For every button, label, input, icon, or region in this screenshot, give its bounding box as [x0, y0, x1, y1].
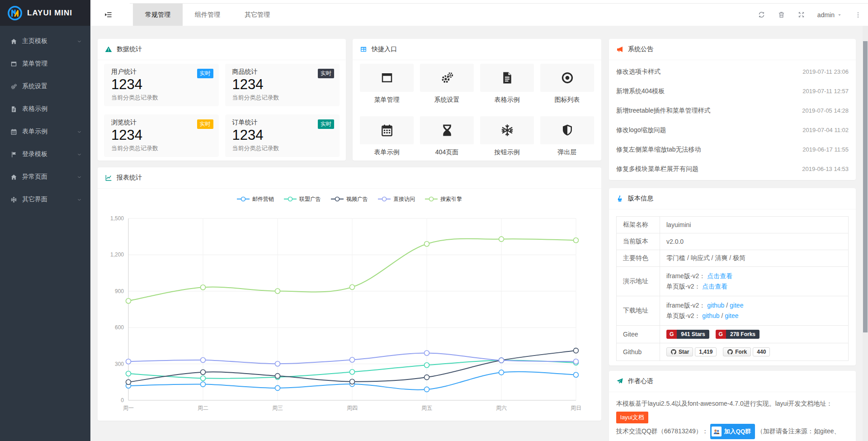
sidebar-item-label: 菜单管理 — [22, 60, 47, 68]
fullscreen-button[interactable] — [797, 11, 805, 19]
author-card: 作者心语 本模板基于layui2.5.4以及font-awesome-4.7.0… — [609, 371, 856, 441]
announcement-row: 新增系统404模板 2019-07-11 12:57 — [609, 81, 856, 101]
github-fork-count[interactable]: 440 — [753, 347, 770, 356]
quick-item-button-demo[interactable]: 按钮示例 — [480, 116, 534, 156]
tab-general-manage[interactable]: 常规管理 — [133, 4, 183, 26]
user-dropdown[interactable]: admin — [817, 11, 842, 19]
report-card-header: 报表统计 — [98, 167, 601, 189]
gitee-icon: G — [716, 330, 726, 339]
home-icon — [10, 174, 18, 180]
quick-item-icon-list[interactable]: 图标列表 — [540, 64, 594, 104]
sidebar-collapse-button[interactable] — [104, 4, 113, 26]
sidebar-item-login-templates[interactable]: 登录模板 — [0, 143, 90, 166]
author-line2-prefix: 技术交流QQ群（667813249）： — [616, 427, 708, 435]
sidebar-item-label: 登录模板 — [22, 150, 47, 158]
main-content: 数据统计 用户统计 实时 1234 当前分类总记录数 商品统计 实时 1234 … — [90, 26, 868, 441]
chevron-down-icon — [76, 174, 82, 180]
stat-value: 1234 — [111, 76, 212, 94]
page-scrollbar — [863, 26, 868, 441]
user-name: admin — [817, 11, 835, 19]
download-iframe-gitee-link[interactable]: gitee — [730, 302, 743, 309]
header-toolbar: admin — [758, 4, 862, 26]
author-line1: 本模板基于layui2.5.4以及font-awesome-4.7.0进行实现。… — [616, 400, 832, 407]
sidebar-item-system-settings[interactable]: 系统设置 — [0, 75, 90, 98]
version-table: 框架名称 layuimini 当前版本 v2.0.0 主要特色 零门槛 / 响应… — [616, 216, 849, 361]
sidebar-item-error-pages[interactable]: 异常页面 — [0, 166, 90, 188]
tab-other-manage[interactable]: 其它管理 — [232, 4, 282, 26]
quick-item-table-demo[interactable]: 表格示例 — [480, 64, 534, 104]
fire-icon — [616, 195, 623, 202]
stat-value: 1234 — [111, 127, 212, 144]
github-star-count[interactable]: 1,419 — [695, 347, 717, 356]
demo-single-link[interactable]: 点击查看 — [702, 283, 727, 290]
announcement-row: 修复多模块菜单栏展开有问题 2019-06-13 14:53 — [609, 159, 856, 179]
quick-item-popup-layer[interactable]: 弹出层 — [540, 116, 594, 156]
window-grid-icon — [360, 46, 367, 53]
stat-label: 订单统计 — [232, 119, 333, 127]
announcement-list: 修改选项卡样式 2019-07-11 23:06 新增系统404模板 2019-… — [609, 60, 856, 180]
gitee-forks-badge[interactable]: G 278 Forks — [716, 330, 760, 339]
chart-legend: 邮件营销联盟广告视频广告直接访问搜索引擎 — [98, 194, 601, 204]
chevron-down-icon — [76, 152, 82, 157]
shield-icon — [561, 123, 574, 137]
download-single-github-link[interactable]: github — [702, 312, 719, 319]
download-single-gitee-link[interactable]: gitee — [725, 312, 738, 319]
sidebar-item-menu-manage[interactable]: 菜单管理 — [0, 52, 90, 75]
github-star-button[interactable]: Star — [666, 347, 693, 356]
app-title: LAYUI MINI — [27, 9, 72, 18]
download-iframe-github-link[interactable]: github — [707, 302, 724, 309]
gitee-stars-badge[interactable]: G 941 Stars — [666, 330, 709, 339]
quick-item-404-page[interactable]: 404页面 — [420, 116, 474, 156]
svg-text:1,200: 1,200 — [110, 251, 124, 258]
quick-item-form-demo[interactable]: 表单示例 — [360, 116, 414, 156]
svg-text:周六: 周六 — [496, 405, 507, 411]
table-row: Github Star 1,419 Fork 4 — [617, 343, 849, 361]
sidebar-item-form-demo[interactable]: 表单示例 — [0, 120, 90, 143]
legend-item[interactable]: 搜索引擎 — [425, 195, 462, 203]
quick-item-system-settings[interactable]: 系统设置 — [420, 64, 474, 104]
stats-card-title: 数据统计 — [117, 45, 142, 53]
svg-text:300: 300 — [115, 361, 124, 367]
file-icon — [10, 106, 18, 113]
sidebar-item-other-ui[interactable]: 其它界面 — [0, 188, 90, 211]
table-row: 框架名称 layuimini — [617, 217, 849, 233]
legend-item[interactable]: 直接访问 — [378, 195, 415, 203]
flag-icon — [10, 151, 18, 158]
sidebar-item-home-templates[interactable]: 主页模板 — [0, 30, 90, 52]
legend-item[interactable]: 视频广告 — [331, 195, 368, 203]
trash-icon — [778, 11, 785, 19]
legend-item[interactable]: 邮件营销 — [237, 195, 274, 203]
tab-component-manage[interactable]: 组件管理 — [183, 4, 232, 26]
layui-logo-icon — [7, 5, 23, 21]
more-menu-button[interactable] — [854, 11, 862, 19]
github-fork-button[interactable]: Fork — [723, 347, 751, 356]
svg-text:周一: 周一 — [123, 405, 134, 411]
refresh-icon — [758, 11, 765, 19]
sidebar: LAYUI MINI 主页模板 菜单管理 系统设置 表格示例 表单示例 登录模板 — [0, 0, 90, 441]
ellipsis-icon — [854, 11, 862, 19]
layui-doc-badge[interactable]: layui文档 — [616, 412, 648, 423]
clear-cache-button[interactable] — [778, 11, 785, 19]
demo-iframe-link[interactable]: 点击查看 — [707, 272, 732, 280]
quick-item-menu-manage[interactable]: 菜单管理 — [360, 64, 414, 104]
refresh-button[interactable] — [758, 11, 765, 19]
outdent-icon — [104, 10, 113, 19]
stat-value: 1234 — [232, 127, 333, 144]
top-header: 常规管理 组件管理 其它管理 admin — [90, 0, 868, 26]
snowflake-icon — [500, 123, 514, 137]
version-card-header: 版本信息 — [609, 188, 856, 209]
current-version: v2.0.0 — [660, 233, 849, 250]
report-card: 报表统计 邮件营销联盟广告视频广告直接访问搜索引擎 03006009001,20… — [98, 167, 601, 421]
report-card-title: 报表统计 — [117, 174, 142, 182]
stat-label: 浏览统计 — [111, 119, 212, 127]
stats-card-header: 数据统计 — [98, 39, 346, 60]
app-logo[interactable]: LAYUI MINI — [0, 0, 90, 26]
legend-item[interactable]: 联盟广告 — [284, 195, 321, 203]
sidebar-item-label: 其它界面 — [22, 195, 47, 204]
scrollbar-thumb[interactable] — [863, 41, 868, 332]
warning-triangle-icon — [105, 46, 112, 53]
sidebar-item-table-demo[interactable]: 表格示例 — [0, 98, 90, 120]
join-qq-group-button[interactable]: 加入QQ群 — [710, 424, 755, 439]
svg-text:周二: 周二 — [198, 405, 208, 411]
legend-marker-icon — [378, 196, 391, 202]
